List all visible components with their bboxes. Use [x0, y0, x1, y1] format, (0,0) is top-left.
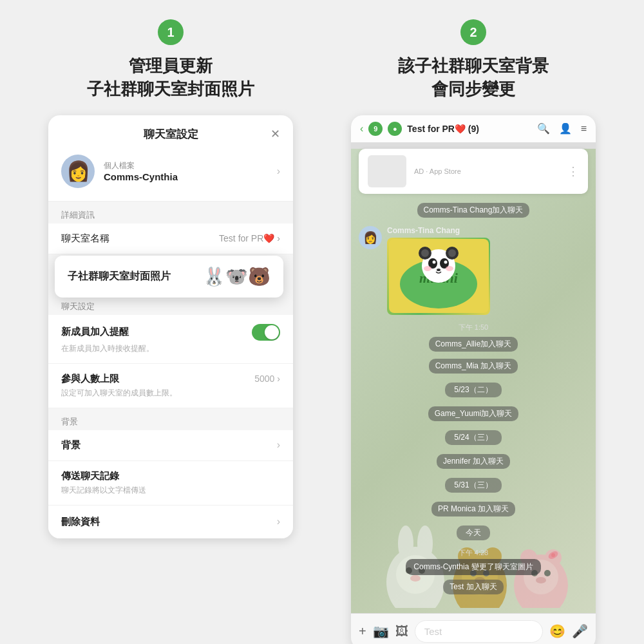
ad-thumbnail	[368, 155, 406, 187]
tina-name: Comms-Tina Chang	[387, 226, 490, 235]
svg-point-5	[421, 249, 429, 257]
new-member-toggle-item: 新成員加入提醒 在新成員加入時接收提醒。	[48, 315, 293, 364]
chat-header: ‹ 9 ● Test for PR❤️ (9) 🔍 👤 ≡	[351, 115, 596, 142]
tina-join-row: Comms-Tina Chang加入聊天	[351, 200, 596, 220]
chevron-icon: ›	[277, 166, 280, 177]
room-name-label: 聊天室名稱	[61, 232, 109, 245]
avatar: 👩	[61, 155, 95, 188]
title-row: 聊天室設定 ✕	[61, 127, 280, 142]
send-log-desc: 聊天記錄將以文字檔傳送	[61, 485, 280, 496]
profile-name: Comms-Cynthia	[104, 171, 268, 182]
time-label-2: 下午 4:28	[351, 548, 596, 558]
room-name-value: Test for PR❤️ ›	[219, 233, 280, 243]
detail-section-label: 詳細資訊	[48, 202, 293, 223]
phone-screen-left: 聊天室設定 ✕ 👩 個人檔案 Comms-Cynthia › 詳細資訊	[48, 115, 293, 538]
tina-message: 👩 Comms-Tina Chang minini	[351, 222, 596, 319]
ad-text: AD · App Store	[414, 167, 560, 175]
allie-join-msg: Comms_Allie加入聊天	[429, 337, 518, 352]
member-limit-desc: 設定可加入聊天室的成員數上限。	[61, 388, 280, 399]
image-icon[interactable]: 🖼	[395, 624, 408, 639]
svg-point-7	[448, 249, 456, 257]
room-name-chevron: ›	[277, 233, 280, 243]
svg-point-12	[424, 266, 431, 271]
left-section: 1 管理員更新 子社群聊天室封面照片 聊天室設定 ✕ 👩 個人檔案 Co	[29, 19, 312, 538]
chat-settings-header: 聊天室設定 ✕ 👩 個人檔案 Comms-Cynthia ›	[48, 115, 293, 202]
search-icon[interactable]: 🔍	[537, 122, 550, 135]
back-button[interactable]: ‹	[360, 123, 363, 135]
date-divider-1-row: 5/23（二）	[351, 379, 596, 401]
unread-badge: 9	[368, 122, 383, 136]
step-title-2: 該子社群聊天室背景 會同步變更	[398, 54, 549, 101]
mic-icon[interactable]: 🎤	[572, 623, 588, 639]
jennifer-join-row: Jennifer 加入聊天	[351, 451, 596, 471]
bg-section-label: 背景	[48, 408, 293, 430]
member-limit-chevron: ›	[277, 374, 280, 384]
yuumi-join-row: Game_Yuumi加入聊天	[351, 404, 596, 424]
profile-row[interactable]: 👩 個人檔案 Comms-Cynthia ›	[61, 152, 280, 194]
room-name-item[interactable]: 聊天室名稱 Test for PR❤️ ›	[48, 223, 293, 254]
test-join-msg: Test 加入聊天	[443, 580, 503, 594]
emoji-icon[interactable]: 😊	[549, 623, 565, 639]
bg-chevron: ›	[277, 439, 280, 451]
cynthia-changed-msg: Comms-Cynthia 變更了聊天室圖片	[406, 559, 540, 575]
group-icon: ●	[388, 122, 402, 136]
delete-item[interactable]: 刪除資料 ›	[48, 506, 293, 538]
date-divider-2-row: 5/24（三）	[351, 426, 596, 449]
minini-image: minini	[387, 238, 490, 315]
pr-monica-join-msg: PR Monica 加入聊天	[431, 502, 515, 516]
svg-point-14	[437, 269, 440, 271]
plus-icon[interactable]: +	[359, 624, 366, 639]
main-container: 1 管理員更新 子社群聊天室封面照片 聊天室設定 ✕ 👩 個人檔案 Co	[0, 0, 644, 644]
pr-monica-join-row: PR Monica 加入聊天	[351, 499, 596, 519]
mia-join-row: Comms_Mia 加入聊天	[351, 356, 596, 376]
chat-title: Test for PR❤️ (9)	[407, 124, 531, 134]
right-section: 2 該子社群聊天室背景 會同步變更 ‹ 9 ● Test for PR❤️ (9…	[332, 19, 615, 644]
test-join-row: Test 加入聊天	[351, 577, 596, 597]
date-divider-2: 5/24（三）	[445, 430, 501, 445]
chat-input-field[interactable]: Test	[415, 620, 543, 643]
bg-item[interactable]: 背景 ›	[48, 430, 293, 461]
jennifer-join-msg: Jennifer 加入聊天	[437, 454, 510, 469]
tina-content: Comms-Tina Chang minini	[387, 226, 490, 315]
today-label: 今天	[457, 526, 490, 540]
tina-avatar: 👩	[359, 226, 382, 249]
delete-chevron: ›	[277, 516, 280, 527]
header-icons: 🔍 👤 ≡	[537, 122, 587, 135]
step-title-1: 管理員更新 子社群聊天室封面照片	[87, 54, 254, 101]
ad-options-icon[interactable]: ⋮	[567, 164, 579, 178]
ad-banner[interactable]: AD · App Store ⋮	[359, 149, 588, 194]
close-button[interactable]: ✕	[270, 127, 280, 141]
chat-input-bar: + 📷 🖼 Test 😊 🎤	[351, 613, 596, 644]
today-divider-row: 今天	[351, 522, 596, 544]
tina-join-msg: Comms-Tina Chang加入聊天	[417, 203, 530, 218]
date-divider-3-row: 5/31（三）	[351, 474, 596, 497]
svg-point-13	[446, 266, 453, 271]
new-member-toggle[interactable]	[252, 324, 280, 341]
date-divider-1: 5/23（二）	[445, 383, 501, 397]
new-member-desc: 在新成員加入時接收提醒。	[61, 343, 280, 354]
member-limit-value: 5000 ›	[254, 374, 280, 384]
new-member-label: 新成員加入提醒	[61, 326, 129, 338]
menu-icon[interactable]: ≡	[581, 123, 587, 135]
member-limit-item[interactable]: 參與人數上限 5000 › 設定可加入聊天室的成員數上限。	[48, 364, 293, 408]
add-user-icon[interactable]: 👤	[559, 122, 572, 135]
chat-background: AD · App Store ⋮ Comms-Tina Chang加入聊天 👩	[351, 149, 596, 613]
delete-label: 刪除資料	[61, 516, 100, 528]
allie-join-row: Comms_Allie加入聊天	[351, 334, 596, 354]
chat-settings-title: 聊天室設定	[144, 127, 198, 142]
phone-screen-right: ‹ 9 ● Test for PR❤️ (9) 🔍 👤 ≡	[351, 115, 596, 644]
send-log-label: 傳送聊天記錄	[61, 470, 280, 482]
tooltip-sticker: 🐰🐨🐻	[203, 266, 270, 287]
date-divider-3: 5/31（三）	[445, 478, 501, 493]
sub-group-tooltip[interactable]: 子社群聊天室封面照片 🐰🐨🐻	[55, 256, 283, 298]
send-log-item[interactable]: 傳送聊天記錄 聊天記錄將以文字檔傳送	[48, 461, 293, 506]
step-badge-1: 1	[158, 19, 184, 45]
mia-join-msg: Comms_Mia 加入聊天	[429, 359, 518, 374]
profile-label: 個人檔案	[104, 160, 268, 171]
ad-label: AD · App Store	[414, 167, 560, 175]
settings-body: 詳細資訊 聊天室名稱 Test for PR❤️ › 子社群聊天室封面照片 🐰🐨…	[48, 202, 293, 538]
profile-info: 個人檔案 Comms-Cynthia	[104, 160, 268, 182]
member-limit-label: 參與人數上限	[61, 373, 119, 385]
camera-icon[interactable]: 📷	[373, 623, 389, 639]
tooltip-text: 子社群聊天室封面照片	[68, 270, 171, 283]
